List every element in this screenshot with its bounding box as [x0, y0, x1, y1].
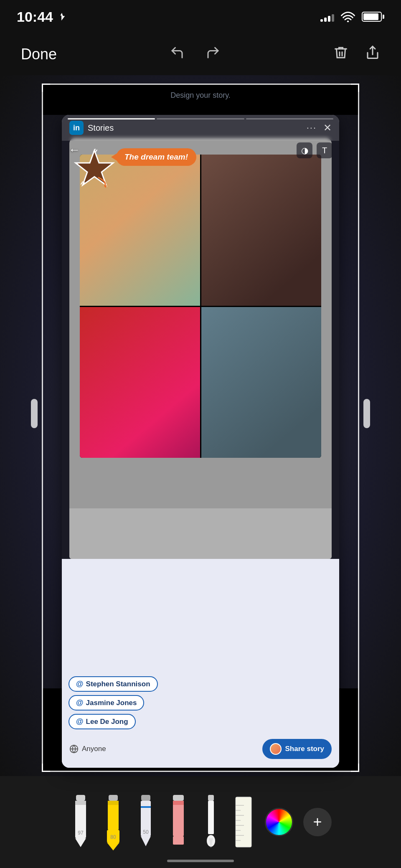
toolbar-right: [333, 45, 380, 63]
svg-rect-20: [141, 795, 150, 801]
svg-point-0: [347, 20, 349, 22]
tool-yellow-highlighter[interactable]: 80: [102, 793, 124, 851]
laptop-screen: [80, 155, 321, 458]
bar-4: [332, 14, 334, 22]
share-story-button[interactable]: Share story: [262, 739, 332, 759]
blue-pen-svg: 50: [135, 793, 157, 851]
battery-icon: [362, 12, 384, 22]
svg-rect-14: [109, 795, 118, 801]
white-marker-svg: 97: [69, 793, 92, 851]
story-header-right: ··· ✕: [307, 122, 332, 134]
text-mode-button[interactable]: T: [317, 142, 332, 158]
tag-stephen[interactable]: @ Stephen Stannison: [69, 676, 158, 692]
status-time: 10:44: [17, 9, 66, 25]
video-cell-3: [80, 307, 200, 458]
svg-rect-29: [208, 795, 214, 801]
tools-bar: 97 80 50: [0, 776, 401, 868]
story-image-area: ← ◑ T The dream team!: [62, 115, 339, 559]
ruler-svg: [232, 793, 255, 851]
story-brand: in Stories: [69, 121, 114, 135]
svg-marker-12: [75, 838, 86, 847]
svg-text:80: 80: [110, 834, 116, 840]
svg-line-4: [95, 150, 97, 152]
svg-marker-18: [107, 843, 119, 850]
bar-3: [328, 16, 330, 22]
tool-white-marker[interactable]: 97: [69, 793, 92, 851]
tool-blue-pen[interactable]: 50: [135, 793, 157, 851]
tool-ruler[interactable]: [232, 793, 255, 851]
undo-button[interactable]: [170, 45, 185, 63]
yellow-highlighter-svg: 80: [102, 793, 124, 851]
audience-selector[interactable]: Anyone: [69, 744, 106, 754]
star-svg: [74, 148, 115, 190]
delete-button[interactable]: [333, 45, 348, 63]
stories-label: Stories: [88, 123, 114, 133]
location-icon: [57, 12, 66, 21]
svg-text:97: 97: [78, 830, 84, 836]
svg-rect-30: [208, 801, 214, 834]
progress-bar: [68, 118, 333, 119]
story-bottom-bar: Anyone Share story: [62, 730, 339, 768]
svg-marker-23: [141, 836, 151, 846]
tool-brush[interactable]: [200, 793, 222, 851]
svg-rect-25: [173, 795, 184, 801]
svg-rect-26: [173, 801, 184, 836]
status-bar: 10:44: [0, 0, 401, 33]
tags-section: @ Stephen Stannison @ Jasmine Jones @ Le…: [62, 676, 339, 729]
share-avatar: [270, 743, 282, 755]
bar-1: [320, 19, 323, 22]
tag-lee[interactable]: @ Lee De Jong: [69, 714, 136, 729]
signal-bars: [320, 12, 334, 22]
svg-rect-16: [108, 801, 119, 805]
tool-eraser[interactable]: [167, 793, 190, 851]
toolbar-center: [170, 45, 221, 63]
video-cell-2: [201, 155, 321, 305]
linkedin-logo: in: [69, 121, 84, 135]
svg-rect-33: [236, 797, 251, 847]
video-cell-4: [201, 307, 321, 458]
design-placeholder: Design your story.: [0, 88, 401, 100]
progress-seg-1: [68, 118, 155, 119]
dream-team-text: The dream team!: [124, 152, 188, 161]
done-button[interactable]: Done: [21, 46, 57, 63]
brush-svg: [200, 793, 222, 851]
svg-line-5: [81, 182, 83, 184]
globe-icon: [69, 744, 79, 754]
progress-seg-3: [246, 118, 333, 119]
time-display: 10:44: [17, 9, 53, 25]
star-sticker[interactable]: [74, 148, 115, 192]
svg-rect-9: [76, 795, 85, 801]
progress-seg-2: [157, 118, 244, 119]
status-icons: [320, 11, 384, 22]
left-drag-handle[interactable]: [31, 399, 38, 428]
wifi-icon: [341, 11, 355, 22]
story-card: in Stories ··· ✕ ← ◑ T: [62, 115, 339, 768]
svg-rect-22: [141, 806, 151, 808]
home-indicator: [167, 860, 234, 862]
tag-jasmine[interactable]: @ Jasmine Jones: [69, 695, 144, 711]
share-story-label: Share story: [285, 745, 324, 753]
close-story-button[interactable]: ✕: [323, 122, 332, 134]
more-options-button[interactable]: ···: [307, 122, 317, 133]
svg-rect-15: [108, 801, 119, 830]
bar-2: [324, 18, 327, 22]
redo-button[interactable]: [206, 45, 221, 63]
add-tool-button[interactable]: +: [303, 808, 332, 836]
eraser-svg: [167, 793, 190, 851]
laptop-mockup: [69, 138, 332, 559]
svg-text:50: 50: [143, 829, 149, 835]
laptop-base: [69, 508, 332, 559]
svg-marker-2: [76, 150, 113, 185]
svg-rect-27: [173, 801, 184, 805]
share-export-button[interactable]: [365, 45, 380, 63]
svg-rect-28: [173, 836, 184, 845]
right-drag-handle[interactable]: [363, 399, 370, 428]
color-wheel[interactable]: [265, 808, 293, 836]
audience-label: Anyone: [82, 745, 106, 753]
dream-team-bubble[interactable]: The dream team!: [116, 148, 196, 166]
story-mode-buttons: ◑ T: [297, 142, 332, 158]
svg-rect-11: [75, 801, 86, 805]
moon-mode-button[interactable]: ◑: [297, 142, 312, 158]
toolbar: Done: [0, 33, 401, 75]
